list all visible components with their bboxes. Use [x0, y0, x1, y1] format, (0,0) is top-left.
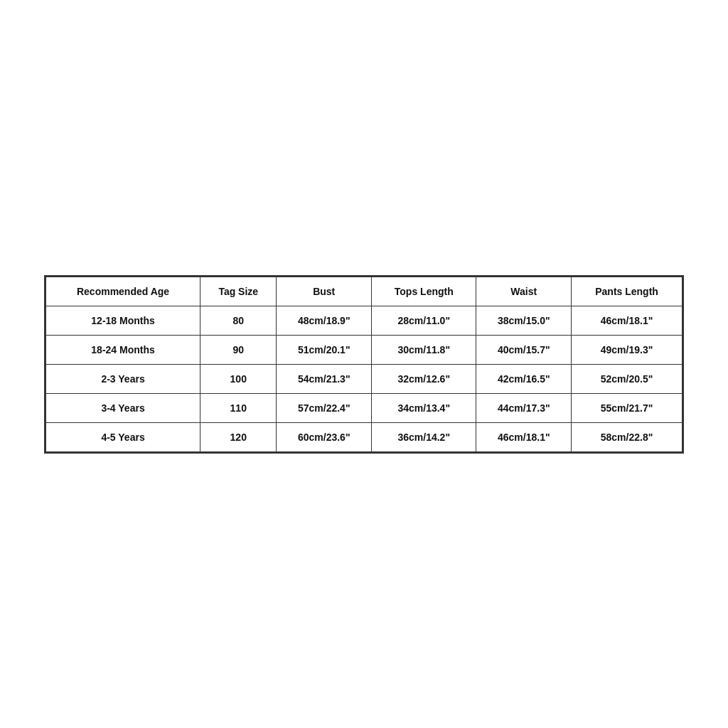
table-row: 12-18 Months8048cm/18.9"28cm/11.0"38cm/1… [46, 306, 682, 335]
cell-age: 18-24 Months [46, 335, 200, 364]
cell-age: 2-3 Years [46, 364, 200, 393]
cell-bust: 54cm/21.3" [277, 364, 372, 393]
cell-bust: 48cm/18.9" [277, 306, 372, 335]
cell-waist: 46cm/18.1" [476, 422, 572, 451]
cell-bust: 57cm/22.4" [277, 393, 372, 422]
header-recommended-age: Recommended Age [46, 277, 200, 306]
cell-tagSize: 100 [200, 364, 277, 393]
cell-waist: 40cm/15.7" [476, 335, 572, 364]
table-row: 3-4 Years11057cm/22.4"34cm/13.4"44cm/17.… [46, 393, 682, 422]
header-waist: Waist [476, 277, 572, 306]
header-tag-size: Tag Size [200, 277, 277, 306]
cell-pantsLength: 58cm/22.8" [572, 422, 682, 451]
table-header-row: Recommended Age Tag Size Bust Tops Lengt… [46, 277, 682, 306]
table-row: 18-24 Months9051cm/20.1"30cm/11.8"40cm/1… [46, 335, 682, 364]
cell-age: 3-4 Years [46, 393, 200, 422]
size-chart-container: Recommended Age Tag Size Bust Tops Lengt… [44, 275, 684, 454]
cell-waist: 42cm/16.5" [476, 364, 572, 393]
table-row: 2-3 Years10054cm/21.3"32cm/12.6"42cm/16.… [46, 364, 682, 393]
cell-tagSize: 120 [200, 422, 277, 451]
cell-bust: 60cm/23.6" [277, 422, 372, 451]
header-bust: Bust [277, 277, 372, 306]
cell-pantsLength: 49cm/19.3" [572, 335, 682, 364]
cell-age: 12-18 Months [46, 306, 200, 335]
cell-bust: 51cm/20.1" [277, 335, 372, 364]
cell-age: 4-5 Years [46, 422, 200, 451]
cell-topsLength: 36cm/14.2" [372, 422, 476, 451]
table-row: 4-5 Years12060cm/23.6"36cm/14.2"46cm/18.… [46, 422, 682, 451]
cell-pantsLength: 46cm/18.1" [572, 306, 682, 335]
cell-tagSize: 90 [200, 335, 277, 364]
cell-topsLength: 32cm/12.6" [372, 364, 476, 393]
cell-waist: 44cm/17.3" [476, 393, 572, 422]
cell-tagSize: 80 [200, 306, 277, 335]
cell-tagSize: 110 [200, 393, 277, 422]
size-chart-table: Recommended Age Tag Size Bust Tops Lengt… [46, 277, 682, 452]
cell-topsLength: 30cm/11.8" [372, 335, 476, 364]
cell-pantsLength: 55cm/21.7" [572, 393, 682, 422]
header-tops-length: Tops Length [372, 277, 476, 306]
cell-waist: 38cm/15.0" [476, 306, 572, 335]
cell-topsLength: 34cm/13.4" [372, 393, 476, 422]
cell-pantsLength: 52cm/20.5" [572, 364, 682, 393]
cell-topsLength: 28cm/11.0" [372, 306, 476, 335]
header-pants-length: Pants Length [572, 277, 682, 306]
